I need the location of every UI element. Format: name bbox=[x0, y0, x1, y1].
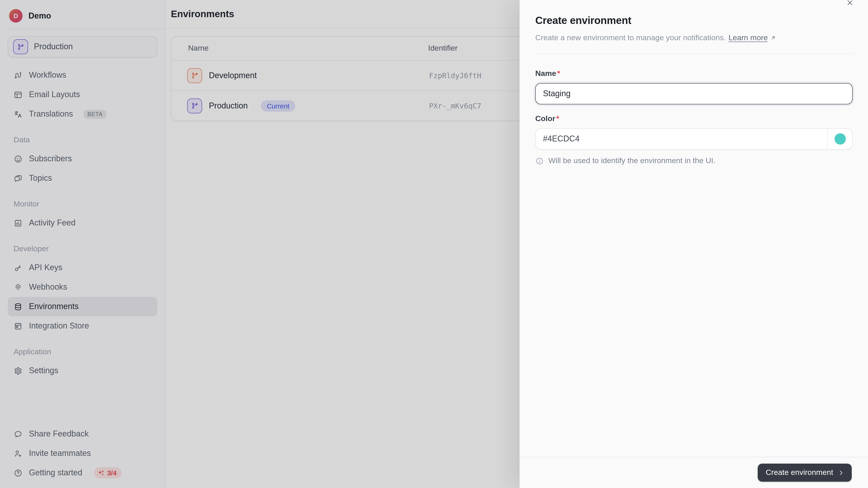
color-label: Color* bbox=[535, 114, 852, 123]
color-input[interactable]: #4ECDC4 bbox=[535, 128, 852, 150]
color-label-text: Color bbox=[535, 114, 555, 123]
close-icon bbox=[846, 0, 854, 7]
learn-more-label: Learn more bbox=[728, 33, 768, 42]
color-helper-text: Will be used to identify the environment… bbox=[548, 156, 715, 165]
arrow-up-right-icon bbox=[770, 35, 776, 41]
drawer-footer: Create environment bbox=[520, 457, 868, 488]
create-environment-drawer: Create environment Create a new environm… bbox=[520, 0, 868, 488]
drawer-subtitle-text: Create a new environment to manage your … bbox=[535, 33, 726, 42]
required-asterisk: * bbox=[556, 114, 559, 123]
color-value[interactable]: #4ECDC4 bbox=[536, 129, 827, 149]
color-swatch-button[interactable] bbox=[827, 129, 852, 149]
drawer-subtitle: Create a new environment to manage your … bbox=[535, 33, 852, 42]
divider bbox=[535, 54, 852, 54]
chevron-right-icon bbox=[838, 469, 844, 476]
name-label-text: Name bbox=[535, 69, 556, 78]
color-helper: Will be used to identify the environment… bbox=[535, 156, 852, 165]
name-input[interactable] bbox=[535, 83, 852, 104]
info-icon bbox=[535, 157, 544, 165]
drawer-header: Create environment Create a new environm… bbox=[520, 0, 868, 54]
create-environment-button-label: Create environment bbox=[766, 468, 833, 477]
drawer-title: Create environment bbox=[535, 14, 852, 27]
create-environment-button[interactable]: Create environment bbox=[757, 464, 852, 482]
create-environment-form: Name* Color* #4ECDC4 Will be used to ide… bbox=[520, 54, 868, 457]
name-label: Name* bbox=[535, 69, 852, 78]
close-button[interactable] bbox=[844, 0, 856, 9]
learn-more-link[interactable]: Learn more bbox=[728, 33, 776, 42]
color-swatch bbox=[834, 133, 846, 144]
required-asterisk: * bbox=[557, 69, 560, 78]
